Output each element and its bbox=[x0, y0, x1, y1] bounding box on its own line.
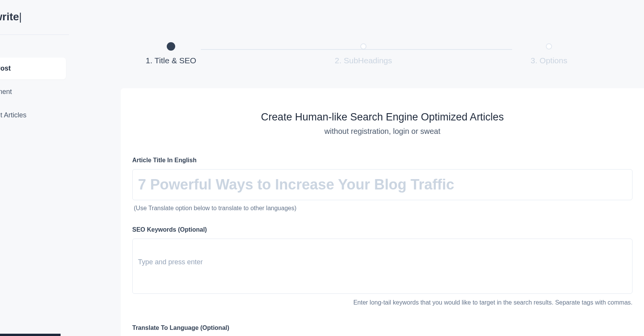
step-dot-active bbox=[167, 42, 175, 51]
subheadline: without registration, login or sweat bbox=[132, 127, 632, 136]
sidebar-item-label: ocument bbox=[0, 88, 12, 96]
stepper: 1. Title & SEO 2. SubHeadings 3. Options bbox=[69, 0, 644, 88]
keywords-label: SEO Keywords (Optional) bbox=[132, 226, 632, 233]
title-hint: (Use Translate option below to translate… bbox=[132, 205, 632, 212]
article-title-input[interactable] bbox=[132, 169, 632, 200]
title-label: Article Title In English bbox=[132, 157, 632, 164]
step-label: 1. Title & SEO bbox=[146, 56, 196, 65]
main-content: 1. Title & SEO 2. SubHeadings 3. Options… bbox=[69, 0, 644, 336]
sidebar-bottom-bar bbox=[0, 334, 61, 336]
title-text: to write bbox=[0, 11, 19, 23]
sidebar-item-blog-post[interactable]: og Post bbox=[0, 58, 66, 79]
sidebar-divider bbox=[0, 35, 69, 35]
title-cursor: | bbox=[19, 11, 22, 23]
step-title-seo[interactable]: 1. Title & SEO bbox=[146, 42, 196, 65]
headline: Create Human-like Search Engine Optimize… bbox=[132, 111, 632, 123]
sidebar-item-label: og Post bbox=[0, 64, 11, 72]
translate-label: Translate To Language (Optional) bbox=[132, 324, 632, 331]
sidebar: to write| E og Post ocument ecent Articl… bbox=[0, 0, 69, 336]
step-dot-inactive bbox=[546, 43, 552, 49]
content-inner: Create Human-like Search Engine Optimize… bbox=[121, 111, 644, 331]
step-dot-inactive bbox=[360, 43, 366, 49]
content-card: Create Human-like Search Engine Optimize… bbox=[121, 88, 644, 336]
app-title: to write| bbox=[0, 0, 69, 35]
step-label: 3. Options bbox=[531, 56, 567, 65]
sidebar-item-label: ecent Articles bbox=[0, 111, 26, 119]
step-label: 2. SubHeadings bbox=[335, 56, 392, 65]
seo-keywords-input[interactable] bbox=[132, 239, 632, 294]
step-subheadings[interactable]: 2. SubHeadings bbox=[335, 42, 392, 65]
sidebar-category: E bbox=[0, 44, 69, 56]
sidebar-item-recent-articles[interactable]: ecent Articles bbox=[0, 104, 66, 126]
step-options[interactable]: 3. Options bbox=[531, 42, 567, 65]
sidebar-item-document[interactable]: ocument bbox=[0, 81, 66, 103]
keywords-hint: Enter long-tail keywords that you would … bbox=[132, 299, 632, 306]
